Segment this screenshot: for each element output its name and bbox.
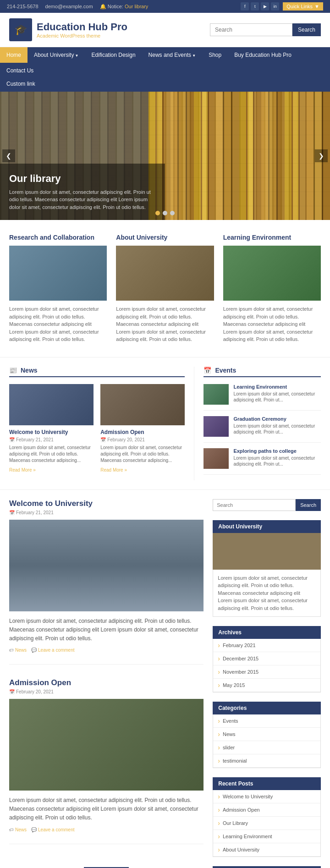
category-item-3: slider (213, 741, 320, 754)
news-img-2 (100, 384, 185, 425)
post-2-comment: 💬 Leave a comment (31, 827, 75, 832)
category-link-4[interactable]: testimonial (213, 754, 320, 767)
archive-link-3[interactable]: November 2015 (213, 665, 320, 678)
hero-dot-1[interactable] (155, 211, 160, 215)
post-1-tag-link[interactable]: News (15, 648, 27, 653)
post-2-tag: 🏷 News (9, 827, 27, 832)
widget-recent-posts-list: Welcome to University Admission Open Our… (213, 790, 321, 857)
event-title-1[interactable]: Learning Environment (233, 384, 321, 390)
nav-contact[interactable]: Contact Us (0, 63, 40, 78)
hero-overlay: Our library Lorem ipsum dolor sit amet, … (0, 164, 165, 220)
event-info-1: Learning Environment Lorem ipsum dolor s… (233, 384, 321, 405)
logo-icon: 🎓 (9, 18, 32, 41)
archive-item-4: May 2015 (213, 679, 320, 692)
news-card-1-text: Lorem ipsum dolor sit amet, consectetur … (9, 445, 94, 464)
feature-img-research (9, 246, 107, 301)
linkedin-icon[interactable]: in (271, 2, 279, 11)
news-card-1-title[interactable]: Welcome to University (9, 429, 94, 435)
post-1-image (9, 520, 204, 611)
event-text-3: Lorem ipsum dolor sit amet, consectetur … (233, 455, 321, 467)
widget-archives-title: Archives (213, 626, 321, 639)
top-bar: 214-215-5678 demo@example.com 🔔 Notice: … (0, 0, 330, 13)
notice-text: 🔔 Notice: Our library (100, 4, 148, 10)
event-title-2[interactable]: Graduation Ceremony (233, 416, 321, 422)
post-1-comment-link[interactable]: Leave a comment (38, 648, 75, 653)
hero-prev-button[interactable]: ❮ (2, 149, 15, 162)
post-2-tag-link[interactable]: News (15, 827, 27, 832)
nav-buy[interactable]: Buy Education Hub Pro (228, 47, 298, 63)
hero-title: Our library (9, 173, 156, 185)
event-title-3[interactable]: Exploring paths to college (233, 448, 321, 454)
header-search-input[interactable] (210, 23, 292, 36)
event-item-3: Exploring paths to college Lorem ipsum d… (204, 448, 321, 475)
news-card-1-readmore[interactable]: Read More » (9, 467, 36, 472)
recent-post-link-4[interactable]: Learning Environment (213, 830, 320, 843)
news-img-1 (9, 384, 94, 425)
widget-archives-list: February 2021 December 2015 November 201… (213, 639, 321, 692)
main-nav: Home About University Edification Design… (0, 47, 330, 78)
events-header: 📅 Events (204, 367, 321, 377)
social-icons: f t ▶ in (241, 2, 279, 11)
post-2-meta: 🏷 News 💬 Leave a comment (9, 827, 204, 832)
archive-item-2: December 2015 (213, 652, 320, 665)
sidebar-search-input[interactable] (213, 499, 296, 511)
news-card-2: Admission Open 📅 February 20, 2021 Lorem… (100, 384, 185, 473)
recent-post-1: Welcome to University (213, 790, 320, 803)
twitter-icon[interactable]: t (251, 2, 259, 11)
post-2-comment-link[interactable]: Leave a comment (38, 827, 75, 832)
hero-text: Lorem ipsum dolor sit amet, consectetur … (9, 188, 156, 211)
sidebar-search-button[interactable]: Search (296, 499, 321, 511)
nav-about[interactable]: About University (28, 47, 85, 63)
logo-area: 🎓 Education Hub Pro Academic WordPress t… (9, 18, 127, 41)
events-section: 📅 Events Learning Environment Lorem ipsu… (194, 367, 321, 480)
post-1-date: 📅 February 21, 2021 (9, 510, 204, 515)
notice-link[interactable]: Our library (125, 4, 148, 9)
header-search: Search (210, 23, 321, 36)
category-link-1[interactable]: Events (213, 714, 320, 727)
feature-img-learning (223, 246, 321, 301)
post-1-tag: 🏷 News (9, 648, 27, 653)
nav-shop[interactable]: Shop (202, 47, 228, 63)
facebook-icon[interactable]: f (241, 2, 249, 11)
recent-post-link-1[interactable]: Welcome to University (213, 790, 320, 803)
hero-dot-3[interactable] (170, 211, 175, 215)
widget-about: About University Lorem ipsum dolor sit a… (213, 520, 321, 617)
hero-next-button[interactable]: ❯ (315, 149, 328, 162)
feature-img-university (116, 246, 214, 301)
recent-post-link-5[interactable]: About University (213, 843, 320, 856)
archive-link-1[interactable]: February 2021 (213, 639, 320, 652)
news-card-1: Welcome to University 📅 February 21, 202… (9, 384, 94, 473)
events-title: Events (215, 367, 236, 374)
youtube-icon[interactable]: ▶ (261, 2, 269, 11)
events-icon: 📅 (204, 367, 211, 374)
archive-link-4[interactable]: May 2015 (213, 679, 320, 692)
feature-col-university-text: Lorem ipsum dolor sit amet, consectetur … (116, 305, 214, 343)
nav-news-events[interactable]: News and Events (142, 47, 203, 63)
nav-home[interactable]: Home (0, 47, 28, 63)
feature-columns: Research and Collaboration Lorem ipsum d… (0, 220, 330, 357)
site-tagline: Academic WordPress theme (37, 33, 127, 38)
news-grid: Welcome to University 📅 February 21, 202… (9, 384, 185, 473)
news-card-2-title[interactable]: Admission Open (100, 429, 185, 435)
logo-text: Education Hub Pro Academic WordPress the… (37, 21, 127, 38)
recent-post-link-2[interactable]: Admission Open (213, 803, 320, 816)
recent-post-link-3[interactable]: Our Library (213, 817, 320, 830)
post-1-title[interactable]: Welcome to University (9, 499, 204, 508)
feature-col-research-title: Research and Collaboration (9, 234, 107, 241)
news-card-2-text: Lorem ipsum dolor sit amet, consectetur … (100, 445, 185, 464)
post-1-meta: 🏷 News 💬 Leave a comment (9, 648, 204, 653)
header-search-button[interactable]: Search (292, 23, 321, 36)
archive-link-2[interactable]: December 2015 (213, 652, 320, 665)
widget-about-text: Lorem ipsum dolor sit amet, consectetur … (218, 574, 316, 612)
hero-dot-2[interactable] (163, 211, 167, 215)
category-link-3[interactable]: slider (213, 741, 320, 754)
news-card-2-readmore[interactable]: Read More » (100, 467, 127, 472)
category-link-2[interactable]: News (213, 728, 320, 741)
post-2-title[interactable]: Admission Open (9, 678, 204, 687)
event-text-1: Lorem ipsum dolor sit amet, consectetur … (233, 391, 321, 403)
nav-edification[interactable]: Edification Design (85, 47, 142, 63)
nav-custom-link[interactable]: Custom link (0, 78, 42, 89)
quick-links-button[interactable]: Quick Links ▼ (283, 2, 323, 11)
event-item-1: Learning Environment Lorem ipsum dolor s… (204, 384, 321, 411)
event-item-2: Graduation Ceremony Lorem ipsum dolor si… (204, 416, 321, 443)
